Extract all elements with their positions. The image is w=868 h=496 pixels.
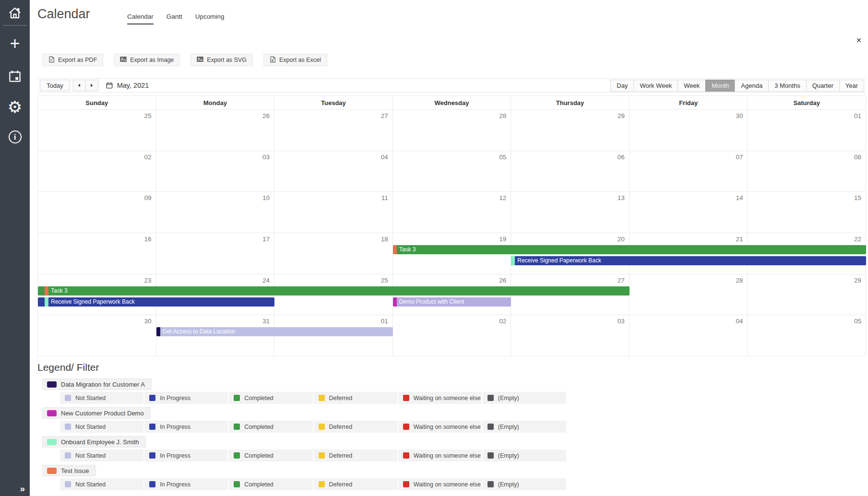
event-get-access-to-data-location[interactable]: Get Access to Data Location: [156, 327, 393, 336]
day-cell[interactable]: 30: [38, 315, 156, 356]
day-number: 22: [854, 236, 861, 243]
status-filter-in-progress[interactable]: In Progress: [144, 449, 228, 461]
status-filter-in-progress[interactable]: In Progress: [144, 392, 228, 404]
sidebar: + ⚙ i »: [0, 0, 30, 496]
day-cell[interactable]: 30: [630, 110, 748, 151]
day-cell[interactable]: 05: [748, 315, 866, 356]
home-icon[interactable]: [0, 6, 30, 22]
day-cell[interactable]: 04: [274, 151, 393, 192]
add-icon[interactable]: +: [0, 35, 30, 53]
status-filter-waiting-on-someone-else[interactable]: Waiting on someone else: [398, 449, 482, 461]
day-cell[interactable]: 02: [38, 151, 156, 192]
view-button-work-week[interactable]: Work Week: [633, 80, 678, 92]
day-cell[interactable]: 17: [156, 233, 275, 274]
status-filter-in-progress[interactable]: In Progress: [144, 421, 228, 433]
view-button-quarter[interactable]: Quarter: [806, 80, 840, 92]
status-filter-not-started[interactable]: Not Started: [60, 421, 143, 433]
legend-category-onboard-employee-j-smith[interactable]: Onboard Employee J. Smith: [42, 436, 146, 448]
sidebar-collapse-chevron[interactable]: »: [20, 484, 25, 494]
status-filter-completed[interactable]: Completed: [229, 449, 312, 461]
day-cell[interactable]: 06: [511, 151, 630, 192]
day-header-tuesday: Tuesday: [274, 96, 393, 110]
day-cell[interactable]: 01: [748, 110, 866, 151]
day-cell[interactable]: 02: [393, 315, 511, 356]
day-cell[interactable]: 27: [274, 110, 393, 151]
status-filter-in-progress[interactable]: In Progress: [144, 478, 228, 490]
day-cell[interactable]: 28: [393, 110, 511, 151]
day-cell[interactable]: 05: [393, 151, 511, 192]
view-button-year[interactable]: Year: [839, 80, 864, 92]
settings-gear-icon[interactable]: ⚙: [0, 98, 30, 116]
status-filter-waiting-on-someone-else[interactable]: Waiting on someone else: [398, 478, 482, 490]
day-cell[interactable]: 10: [156, 192, 275, 233]
status-filter-empty[interactable]: (Empty): [483, 449, 566, 461]
status-filter-completed[interactable]: Completed: [229, 478, 312, 490]
image-file-icon: [120, 56, 127, 64]
chevron-left-icon[interactable]: [73, 80, 86, 91]
tab-calendar[interactable]: Calendar: [127, 13, 154, 24]
week-rows: 2526272829300102030405060708091011121314…: [38, 110, 866, 356]
status-filter-waiting-on-someone-else[interactable]: Waiting on someone else: [398, 392, 482, 404]
current-month-label[interactable]: May, 2021: [106, 82, 149, 89]
info-icon[interactable]: i: [0, 130, 30, 143]
day-cell[interactable]: 07: [630, 151, 748, 192]
day-cell[interactable]: 09: [38, 192, 156, 233]
export-button-export-as-excel[interactable]: Export as Excel: [263, 54, 327, 66]
legend-category-new-customer-product-demo[interactable]: New Customer Product Demo: [42, 407, 151, 419]
day-cell[interactable]: 16: [38, 233, 156, 274]
day-cell[interactable]: 26: [156, 110, 275, 151]
day-cell[interactable]: 04: [630, 315, 748, 356]
day-cell[interactable]: 03: [511, 315, 630, 356]
status-filter-waiting-on-someone-else[interactable]: Waiting on someone else: [398, 421, 482, 433]
day-cell[interactable]: 29: [748, 274, 866, 316]
status-filter-empty[interactable]: (Empty): [483, 478, 566, 490]
day-number: 03: [262, 154, 270, 161]
status-filter-deferred[interactable]: Deferred: [314, 421, 397, 433]
status-filter-completed[interactable]: Completed: [229, 421, 312, 433]
day-cell[interactable]: 13: [511, 192, 630, 233]
day-cell[interactable]: 03: [156, 151, 275, 192]
view-button-day[interactable]: Day: [610, 80, 634, 92]
tab-upcoming[interactable]: Upcoming: [195, 13, 225, 24]
status-filter-empty[interactable]: (Empty): [483, 421, 566, 433]
day-cell[interactable]: 25: [38, 110, 156, 151]
event-demo-product-with-client[interactable]: Demo Product with Client: [393, 297, 511, 307]
calendar-icon[interactable]: [0, 69, 30, 85]
status-filter-not-started[interactable]: Not Started: [60, 449, 143, 461]
day-cell[interactable]: 18: [274, 233, 393, 274]
status-label: Not Started: [75, 424, 106, 430]
export-button-export-as-svg[interactable]: Export as SVG: [190, 54, 253, 66]
export-button-export-as-image[interactable]: Export as Image: [114, 54, 180, 66]
day-cell[interactable]: 11: [274, 192, 393, 233]
day-cell[interactable]: 08: [748, 151, 866, 192]
view-button-week[interactable]: Week: [678, 80, 706, 92]
event-receive-signed-paperwork-back[interactable]: Receive Signed Paperwork Back: [38, 297, 274, 307]
event-task-3[interactable]: Task 3: [38, 286, 630, 295]
tab-gantt[interactable]: Gantt: [166, 13, 182, 24]
status-label: Waiting on someone else: [414, 452, 481, 459]
status-filter-deferred[interactable]: Deferred: [314, 392, 397, 404]
chevron-right-icon[interactable]: [85, 80, 98, 91]
export-button-export-as-pdf[interactable]: Export as PDF: [42, 54, 103, 66]
legend-category-test-issue[interactable]: Test Issue: [42, 465, 96, 476]
day-cell[interactable]: 12: [393, 192, 511, 233]
day-cell[interactable]: 29: [511, 110, 630, 151]
legend-category-data-migration-for-customer-a[interactable]: Data Migration for Customer A: [42, 378, 152, 390]
event-task-3[interactable]: Task 3: [393, 245, 866, 254]
status-filter-deferred[interactable]: Deferred: [314, 449, 397, 461]
close-icon[interactable]: ✕: [856, 36, 862, 44]
day-number: 31: [262, 318, 270, 325]
status-filter-deferred[interactable]: Deferred: [314, 478, 397, 490]
status-filter-completed[interactable]: Completed: [229, 392, 312, 404]
status-filter-not-started[interactable]: Not Started: [60, 478, 143, 490]
day-cell[interactable]: 28: [630, 274, 748, 316]
event-receive-signed-paperwork-back[interactable]: Receive Signed Paperwork Back: [511, 256, 866, 265]
status-filter-empty[interactable]: (Empty): [483, 392, 566, 404]
status-filter-not-started[interactable]: Not Started: [60, 392, 143, 404]
day-cell[interactable]: 14: [630, 192, 748, 233]
today-button[interactable]: Today: [40, 80, 70, 91]
day-cell[interactable]: 15: [748, 192, 866, 233]
view-button-3-months[interactable]: 3 Months: [768, 80, 806, 92]
view-button-agenda[interactable]: Agenda: [735, 80, 769, 92]
view-button-month[interactable]: Month: [705, 80, 735, 92]
